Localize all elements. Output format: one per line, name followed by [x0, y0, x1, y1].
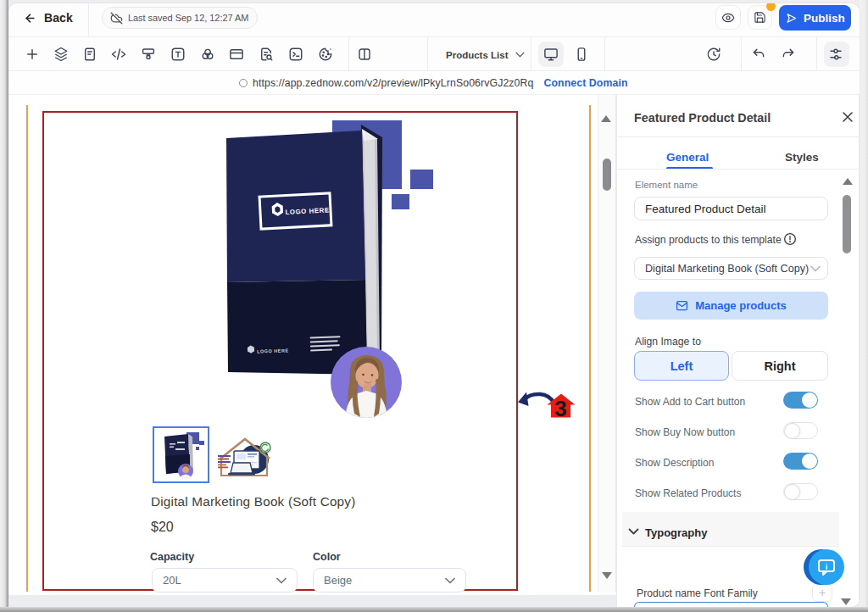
svg-text:3: 3 [554, 396, 566, 421]
svg-text:i: i [826, 563, 828, 571]
